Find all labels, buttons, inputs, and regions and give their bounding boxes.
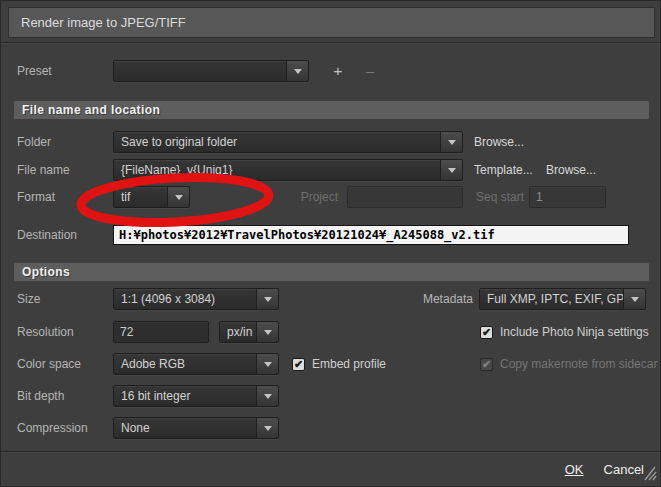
render-dialog: Render image to JPEG/TIFF Preset + – Fil… — [0, 0, 661, 487]
chevron-down-icon — [256, 354, 278, 374]
chevron-down-icon — [167, 187, 189, 207]
divider — [1, 42, 661, 44]
seq-start-input[interactable] — [529, 186, 606, 208]
color-space-dropdown[interactable]: Adobe RGB — [113, 353, 279, 375]
include-photo-ninja-checkbox[interactable]: ✔ Include Photo Ninja settings — [480, 321, 649, 343]
ok-button[interactable]: OK — [565, 462, 584, 477]
size-dropdown-value: 1:1 (4096 x 3084) — [114, 289, 256, 309]
copy-makernote-checkbox[interactable]: ✔ Copy makernote from sidecar — [480, 353, 657, 375]
compression-dropdown[interactable]: None — [113, 417, 279, 439]
resolution-input[interactable] — [113, 321, 209, 343]
project-input[interactable] — [347, 186, 463, 208]
preset-label: Preset — [17, 60, 52, 82]
preset-dropdown[interactable] — [113, 60, 309, 82]
seq-start-label: Seq start — [471, 186, 524, 208]
metadata-dropdown-value: Full XMP, IPTC, EXIF, GPS — [480, 289, 623, 309]
folder-label: Folder — [17, 131, 51, 153]
resolution-label: Resolution — [17, 321, 74, 343]
color-space-label: Color space — [17, 353, 81, 375]
size-label: Size — [17, 288, 40, 310]
footer-buttons: OK Cancel — [565, 462, 644, 477]
include-photo-ninja-label: Include Photo Ninja settings — [500, 325, 649, 339]
compression-label: Compression — [17, 417, 88, 439]
bit-depth-dropdown[interactable]: 16 bit integer — [113, 385, 279, 407]
remove-preset-button[interactable]: – — [359, 60, 381, 82]
embed-profile-checkbox[interactable]: ✔ Embed profile — [292, 353, 386, 375]
divider — [1, 451, 661, 453]
copy-makernote-label: Copy makernote from sidecar — [500, 357, 657, 371]
checkmark-icon: ✔ — [292, 358, 305, 371]
project-label: Project — [281, 186, 338, 208]
file-name-label: File name — [17, 159, 70, 181]
format-dropdown-value: tif — [114, 187, 167, 207]
folder-dropdown-value: Save to original folder — [114, 132, 440, 152]
file-name-dropdown[interactable]: {FileName}_v{Uniq1} — [113, 159, 463, 181]
chevron-down-icon — [286, 61, 308, 81]
template-button[interactable]: Template... — [474, 159, 533, 181]
chevron-down-icon — [256, 418, 278, 438]
compression-dropdown-value: None — [114, 418, 256, 438]
chevron-down-icon — [256, 322, 278, 342]
file-name-browse-button[interactable]: Browse... — [546, 159, 596, 181]
section-file-name-and-location: File name and location — [14, 101, 649, 119]
metadata-dropdown[interactable]: Full XMP, IPTC, EXIF, GPS — [479, 288, 646, 310]
embed-profile-label: Embed profile — [312, 357, 386, 371]
checkmark-icon: ✔ — [480, 326, 493, 339]
chevron-down-icon — [440, 160, 462, 180]
cancel-button[interactable]: Cancel — [604, 462, 644, 477]
checkmark-icon: ✔ — [480, 358, 493, 371]
chevron-down-icon — [440, 132, 462, 152]
size-dropdown[interactable]: 1:1 (4096 x 3084) — [113, 288, 279, 310]
bit-depth-dropdown-value: 16 bit integer — [114, 386, 256, 406]
resolution-unit-dropdown[interactable]: px/in — [219, 321, 279, 343]
destination-label: Destination — [17, 224, 77, 246]
format-label: Format — [17, 186, 55, 208]
metadata-label: Metadata — [416, 288, 473, 310]
dialog-title: Render image to JPEG/TIFF — [9, 8, 654, 37]
add-preset-button[interactable]: + — [327, 60, 349, 82]
bit-depth-label: Bit depth — [17, 385, 64, 407]
color-space-dropdown-value: Adobe RGB — [114, 354, 256, 374]
chevron-down-icon — [256, 386, 278, 406]
section-options: Options — [14, 263, 649, 281]
folder-dropdown[interactable]: Save to original folder — [113, 131, 463, 153]
preset-dropdown-value — [114, 61, 286, 81]
resize-grip-icon[interactable] — [642, 464, 657, 481]
destination-path: H:¥photos¥2012¥TravelPhotos¥20121024¥_A2… — [113, 225, 629, 245]
chevron-down-icon — [623, 289, 645, 309]
folder-browse-button[interactable]: Browse... — [474, 131, 524, 153]
chevron-down-icon — [256, 289, 278, 309]
resolution-unit-value: px/in — [220, 322, 256, 342]
file-name-dropdown-value: {FileName}_v{Uniq1} — [114, 160, 440, 180]
format-dropdown[interactable]: tif — [113, 186, 190, 208]
